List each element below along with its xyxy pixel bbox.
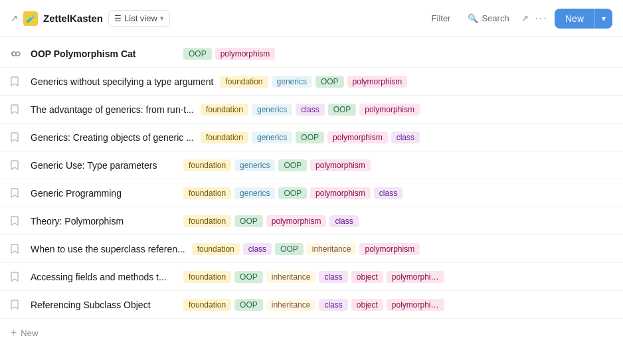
- tag-generics[interactable]: generics: [252, 132, 292, 143]
- tag-polymorphism[interactable]: polymorphism: [347, 76, 408, 88]
- list-view-icon: ☰: [114, 14, 122, 23]
- list-item[interactable]: OOP Polymorphism CatOOPpolymorphism: [0, 40, 623, 68]
- bookmark-icon: [11, 244, 24, 254]
- bookmark-icon: [11, 272, 24, 282]
- tag-oop[interactable]: OOP: [296, 132, 324, 143]
- tag-polymorphism[interactable]: polymorphism: [310, 159, 371, 171]
- list-item[interactable]: When to use the superclass referen...fou…: [0, 235, 623, 263]
- list-item[interactable]: Generic Use: Type parametersfoundationge…: [0, 151, 623, 179]
- tag-class[interactable]: class: [243, 243, 272, 255]
- tag-oop[interactable]: OOP: [234, 299, 263, 311]
- row-title: Referencing Subclass Object: [31, 300, 177, 310]
- tag-oop[interactable]: OOP: [278, 159, 307, 171]
- view-label: List view: [124, 13, 157, 23]
- tag-oop[interactable]: OOP: [234, 271, 263, 283]
- list-item[interactable]: Accessing fields and methods t...foundat…: [0, 263, 623, 291]
- bookmark-icon: [11, 132, 24, 143]
- filter-button[interactable]: Filter: [426, 11, 456, 26]
- view-selector[interactable]: ☰ List view ▾: [108, 10, 170, 27]
- bookmark-icon: [11, 160, 24, 171]
- tag-polymorphism[interactable]: polymorphi…: [387, 271, 444, 283]
- row-title: Generics: Creating objects of generic ..…: [31, 132, 194, 143]
- tag-foundation[interactable]: foundation: [201, 132, 248, 143]
- tag-oop[interactable]: OOP: [278, 187, 307, 199]
- tag-oop[interactable]: OOP: [183, 48, 212, 60]
- tag-polymorphism[interactable]: polymorphi…: [387, 299, 444, 311]
- expand-icon[interactable]: ↗: [521, 13, 529, 23]
- row-title: Generic Programming: [31, 188, 177, 199]
- tag-class[interactable]: class: [374, 187, 402, 199]
- tag-list: foundationgenericsOOPpolymorphism: [183, 159, 371, 171]
- tag-polymorphism[interactable]: polymorphism: [215, 48, 276, 60]
- tag-class[interactable]: class: [329, 215, 358, 227]
- bookmark-icon: [11, 216, 24, 227]
- bookmark-icon: [11, 300, 24, 310]
- search-button[interactable]: 🔍 Search: [462, 11, 514, 26]
- add-new-row[interactable]: + New: [0, 321, 623, 344]
- tag-polymorphism[interactable]: polymorphism: [359, 243, 420, 255]
- tag-inheritance[interactable]: inheritance: [266, 271, 316, 283]
- chevron-down-icon: ▾: [160, 14, 164, 23]
- tag-generics[interactable]: generics: [252, 104, 292, 116]
- tag-foundation[interactable]: foundation: [201, 104, 248, 116]
- tag-list: OOPpolymorphism: [183, 48, 275, 60]
- tag-foundation[interactable]: foundation: [183, 187, 231, 199]
- tag-generics[interactable]: generics: [272, 76, 312, 88]
- list-item[interactable]: Generic ProgrammingfoundationgenericsOOP…: [0, 179, 623, 207]
- tag-oop[interactable]: OOP: [328, 104, 357, 116]
- tag-foundation[interactable]: foundation: [220, 76, 268, 88]
- row-title: Generics without specifying a type argum…: [31, 76, 213, 87]
- tag-foundation[interactable]: foundation: [183, 159, 231, 171]
- tag-list: foundationgenericsOOPpolymorphismclass: [201, 132, 420, 143]
- row-title: Theory: Polymorphism: [31, 216, 177, 227]
- tag-list: foundationgenericsOOPpolymorphismclass: [183, 187, 402, 199]
- tag-foundation[interactable]: foundation: [183, 299, 231, 311]
- list-item[interactable]: Generics without specifying a type argum…: [0, 68, 623, 96]
- tag-inheritance[interactable]: inheritance: [307, 243, 357, 255]
- search-icon: 🔍: [468, 13, 478, 23]
- top-bar: ↗ 🧪 ZettelKasten ☰ List view ▾ Filter 🔍 …: [0, 0, 623, 37]
- list-item[interactable]: Theory: PolymorphismfoundationOOPpolymor…: [0, 207, 623, 235]
- row-title: The advantage of generics: from run-t...: [31, 104, 194, 115]
- tag-oop[interactable]: OOP: [234, 215, 263, 227]
- list-item[interactable]: The advantage of generics: from run-t...…: [0, 96, 623, 124]
- bookmark-icon: [11, 188, 24, 199]
- tag-list: foundationgenericsOOPpolymorphism: [220, 76, 407, 88]
- tag-polymorphism[interactable]: polymorphism: [359, 104, 420, 116]
- more-options-button[interactable]: ···: [535, 13, 548, 25]
- share-icon: [11, 49, 24, 58]
- tag-polymorphism[interactable]: polymorphism: [327, 132, 388, 143]
- tag-inheritance[interactable]: inheritance: [266, 299, 316, 311]
- plus-icon: +: [11, 327, 17, 339]
- tag-oop[interactable]: OOP: [315, 76, 344, 88]
- search-label: Search: [482, 13, 509, 23]
- new-button-dropdown[interactable]: ▾: [594, 9, 612, 29]
- tag-list: foundationOOPpolymorphismclass: [183, 215, 359, 227]
- workspace-name: ZettelKasten: [43, 13, 103, 24]
- list-item[interactable]: Generics: Creating objects of generic ..…: [0, 124, 623, 151]
- row-title: When to use the superclass referen...: [31, 244, 185, 254]
- tag-foundation[interactable]: foundation: [192, 243, 240, 255]
- row-title: Accessing fields and methods t...: [31, 272, 177, 282]
- tag-list: foundationclassOOPinheritancepolymorphis…: [192, 243, 420, 255]
- tag-foundation[interactable]: foundation: [183, 215, 231, 227]
- tag-oop[interactable]: OOP: [275, 243, 304, 255]
- list-item[interactable]: Referencing Subclass ObjectfoundationOOP…: [0, 291, 623, 319]
- new-button[interactable]: New: [555, 9, 594, 29]
- top-bar-left: ↗ 🧪 ZettelKasten ☰ List view ▾: [11, 10, 420, 27]
- tag-generics[interactable]: generics: [234, 187, 275, 199]
- tag-polymorphism[interactable]: polymorphism: [266, 215, 327, 227]
- new-button-group: New ▾: [555, 9, 612, 29]
- tag-polymorphism[interactable]: polymorphism: [310, 187, 371, 199]
- tag-foundation[interactable]: foundation: [183, 271, 231, 283]
- tag-generics[interactable]: generics: [234, 159, 275, 171]
- tag-class[interactable]: class: [296, 104, 324, 116]
- tag-object[interactable]: object: [351, 271, 383, 283]
- back-arrow-icon[interactable]: ↗: [11, 13, 18, 23]
- tag-class[interactable]: class: [391, 132, 420, 143]
- bookmark-icon: [11, 76, 24, 87]
- tag-class[interactable]: class: [319, 271, 347, 283]
- tag-list: foundationgenericsclassOOPpolymorphism: [201, 104, 420, 116]
- tag-object[interactable]: object: [351, 299, 383, 311]
- tag-class[interactable]: class: [319, 299, 347, 311]
